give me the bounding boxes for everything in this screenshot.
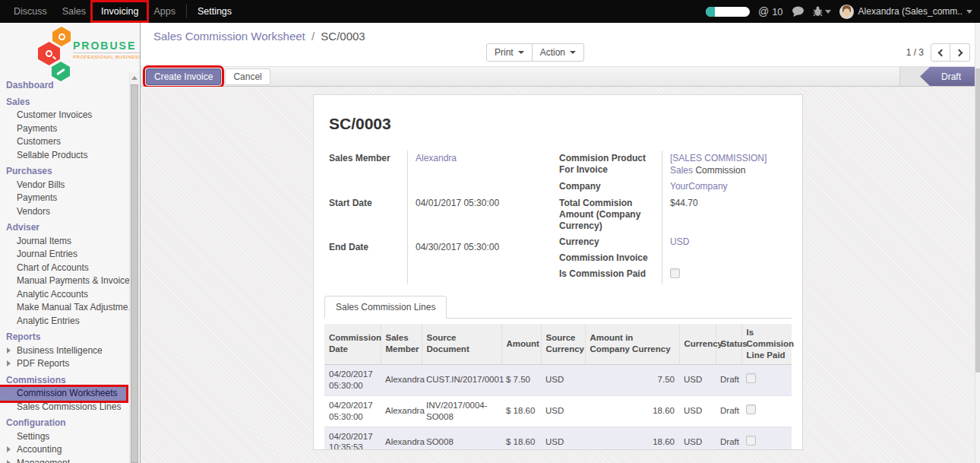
sidebar-item-analytic-accounts[interactable]: Analytic Accounts bbox=[0, 288, 126, 302]
field-label-currency: Currency bbox=[559, 234, 662, 251]
column-header-is-commision-line-paid[interactable]: Is Commision Line Paid bbox=[741, 324, 792, 364]
column-header-source-document[interactable]: Source Document bbox=[422, 324, 501, 364]
sidebar-item-settings[interactable]: Settings bbox=[0, 430, 126, 444]
messages-icon[interactable] bbox=[792, 6, 805, 17]
logo-hex-gear-icon bbox=[52, 27, 71, 46]
sidebar-section-configuration[interactable]: Configuration bbox=[0, 417, 126, 430]
sidebar-item-pdf-reports[interactable]: PDF Reports bbox=[0, 357, 126, 371]
action-button[interactable]: Action bbox=[533, 43, 584, 62]
logo-hex-magnifier-icon bbox=[38, 42, 60, 65]
field-value-sales-member[interactable]: Alexandra bbox=[416, 153, 457, 163]
column-header-commission-date[interactable]: Commission Date bbox=[324, 324, 381, 364]
sidebar-item-vendors[interactable]: Vendors bbox=[0, 205, 126, 219]
print-button[interactable]: Print bbox=[486, 43, 533, 62]
line-currency: USD bbox=[679, 364, 716, 395]
sidebar-section-dashboard[interactable]: Dashboard bbox=[0, 79, 126, 93]
left-field-group: Sales Member Alexandra Start Date 04/01/… bbox=[329, 151, 559, 284]
status-badge[interactable]: Draft bbox=[920, 67, 975, 86]
top-navbar: DiscussSalesInvoicingAppsSettings @ 10 A… bbox=[0, 0, 980, 23]
breadcrumb: Sales Commission Worksheet / SC/0003 bbox=[153, 30, 365, 43]
line-paid-checkbox[interactable] bbox=[746, 436, 756, 446]
user-menu[interactable]: Alexandra (Sales_comm.. bbox=[858, 6, 963, 17]
line-paid-checkbox[interactable] bbox=[746, 373, 756, 383]
breadcrumb-current: SC/0003 bbox=[321, 30, 365, 43]
sidebar-item-vendor-bills[interactable]: Vendor Bills bbox=[0, 179, 126, 192]
sidebar-item-business-intelligence[interactable]: Business Intelligence bbox=[0, 344, 126, 358]
column-header-source-currency[interactable]: Source Currency bbox=[541, 324, 585, 364]
topbar-menu-settings[interactable]: Settings bbox=[190, 3, 239, 20]
topbar-menu-apps[interactable]: Apps bbox=[146, 3, 183, 20]
sidebar-item-customer-invoices[interactable]: Customer Invoices bbox=[0, 109, 126, 122]
sidebar-item-payments[interactable]: Payments bbox=[0, 122, 126, 136]
sidebar-item-commission-worksheets[interactable]: Commission Worksheets bbox=[0, 387, 126, 401]
sidebar-item-journal-entries[interactable]: Journal Entries bbox=[0, 248, 126, 262]
column-header-amount[interactable]: Amount bbox=[501, 324, 541, 364]
breadcrumb-parent[interactable]: Sales Commission Worksheet bbox=[153, 30, 305, 43]
sidebar-item-payments[interactable]: Payments bbox=[0, 192, 126, 205]
sidebar-item-accounting[interactable]: Accounting bbox=[0, 443, 126, 457]
table-row[interactable]: 04/20/2017 05:30:00AlexandraCUST.IN/2017… bbox=[324, 364, 792, 395]
sidebar-item-chart-of-accounts[interactable]: Chart of Accounts bbox=[0, 262, 126, 275]
pager-previous-button[interactable] bbox=[931, 43, 950, 62]
debug-caret-icon bbox=[825, 10, 831, 17]
line-member: Alexandra bbox=[381, 395, 422, 427]
bug-icon bbox=[813, 6, 823, 17]
table-row[interactable]: 04/20/2017 05:30:00AlexandraINV/2017/000… bbox=[324, 395, 792, 427]
topbar-menu-sales[interactable]: Sales bbox=[55, 3, 93, 20]
column-header-sales-member[interactable]: Sales Member bbox=[381, 324, 422, 364]
line-status: Draft bbox=[716, 395, 741, 427]
pager-next-button[interactable] bbox=[950, 43, 970, 62]
field-value-commission-invoice bbox=[662, 250, 787, 266]
sidebar-section-reports[interactable]: Reports bbox=[0, 331, 126, 344]
scroll-up-arrow-icon[interactable] bbox=[130, 72, 139, 83]
tab-sales-commission-lines[interactable]: Sales Commission Lines bbox=[324, 296, 447, 319]
pager: 1 / 3 bbox=[906, 43, 970, 62]
sidebar-item-customers[interactable]: Customers bbox=[0, 135, 126, 149]
sidebar-section-commissions[interactable]: Commissions bbox=[0, 374, 126, 388]
topbar-right-tools: @ 10 Alexandra (Sales_comm.. bbox=[706, 5, 980, 19]
line-amount-company: 18.60 bbox=[585, 395, 679, 427]
topbar-menu-divider bbox=[186, 5, 187, 18]
line-paid-checkbox[interactable] bbox=[746, 404, 756, 414]
column-header-amount-in-company-currency[interactable]: Amount in Company Currency bbox=[585, 324, 679, 364]
field-value-currency[interactable]: USD bbox=[670, 236, 689, 247]
sidebar-scrollbar[interactable] bbox=[129, 72, 139, 463]
topbar-menu-discuss[interactable]: Discuss bbox=[6, 3, 55, 20]
field-label-end-date: End Date bbox=[329, 239, 408, 284]
column-header-currency[interactable]: Currency bbox=[679, 324, 716, 364]
print-caret-icon bbox=[518, 51, 524, 57]
sidebar-section-sales[interactable]: Sales bbox=[0, 96, 126, 109]
sidebar-item-management[interactable]: Management bbox=[0, 457, 126, 463]
line-member: Alexandra bbox=[381, 364, 422, 395]
topbar-menu-invoicing[interactable]: Invoicing bbox=[93, 3, 146, 20]
table-row[interactable]: 04/20/2017 10:35:53AlexandraSO008$ 18.60… bbox=[324, 427, 792, 450]
form-view-background: SC/0003 Sales Member Alexandra Start Dat… bbox=[141, 87, 975, 463]
window-scrollbar[interactable] bbox=[975, 23, 980, 463]
sidebar-item-manual-payments-invoice[interactable]: Manual Payments & Invoice... bbox=[0, 274, 126, 288]
sidebar-item-analytic-entries[interactable]: Analytic Entries bbox=[0, 315, 126, 328]
field-label-company: Company bbox=[559, 179, 662, 195]
sidebar-section-purchases[interactable]: Purchases bbox=[0, 165, 126, 179]
planner-progress-bar[interactable] bbox=[706, 7, 750, 17]
sidebar-item-journal-items[interactable]: Journal Items bbox=[0, 235, 126, 249]
line-src-currency: USD bbox=[541, 395, 585, 427]
line-member: Alexandra bbox=[381, 427, 422, 450]
user-avatar[interactable] bbox=[839, 5, 854, 19]
field-value-company[interactable]: YourCompany bbox=[670, 181, 728, 192]
is-commission-paid-checkbox[interactable] bbox=[670, 268, 680, 278]
activities-menu[interactable]: @ 10 bbox=[758, 5, 783, 17]
field-value-end-date: 04/30/2017 05:30:00 bbox=[408, 239, 559, 284]
action-label: Action bbox=[540, 47, 565, 58]
window-scrollbar-thumb[interactable] bbox=[975, 68, 980, 373]
debug-menu[interactable] bbox=[813, 6, 831, 17]
sidebar-item-make-manual-tax-adjustme[interactable]: Make Manual Tax Adjustme... bbox=[0, 301, 126, 315]
cancel-button[interactable]: Cancel bbox=[225, 68, 270, 85]
status-widget: Draft bbox=[899, 67, 975, 86]
create-invoice-button[interactable]: Create Invoice bbox=[146, 68, 221, 85]
line-status: Draft bbox=[716, 427, 741, 450]
sidebar-item-sellable-products[interactable]: Sellable Products bbox=[0, 149, 126, 163]
sidebar-scrollbar-thumb[interactable] bbox=[131, 84, 138, 463]
sidebar-section-adviser[interactable]: Adviser bbox=[0, 221, 126, 235]
sidebar-item-sales-commissions-lines[interactable]: Sales Commissions Lines bbox=[0, 401, 126, 414]
line-amount: $ 18.60 bbox=[501, 395, 541, 427]
